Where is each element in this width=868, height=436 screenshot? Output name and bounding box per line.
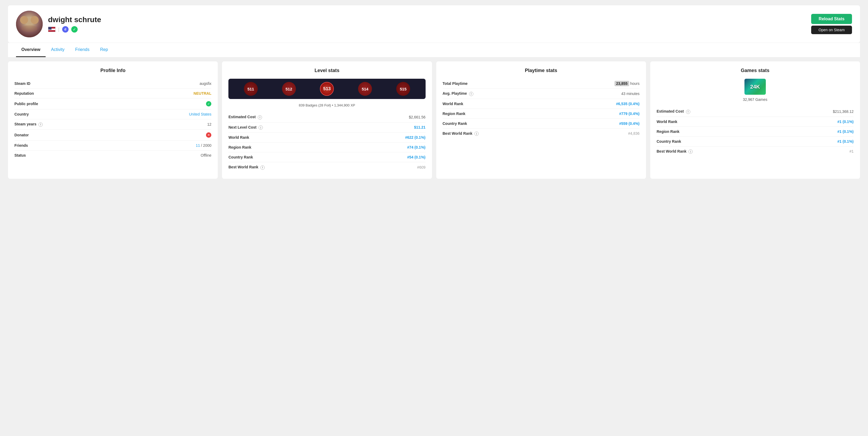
- playtime-avg-row: Avg. Playtime i 43 minutes: [443, 89, 640, 99]
- public-profile-label: Public profile: [14, 102, 38, 106]
- content-grid: Profile Info Steam ID augsfix Reputation…: [8, 61, 860, 179]
- playtime-region-rank-label: Region Rank: [443, 112, 466, 116]
- profile-row-donator: Donator ✕: [14, 130, 211, 141]
- level-estimated-cost-row: Estimated Cost i $2,661.56: [228, 112, 425, 122]
- country-value[interactable]: United States: [189, 112, 211, 116]
- level-best-world-rank-info-icon[interactable]: i: [260, 165, 265, 170]
- avatar: [16, 11, 43, 37]
- level-world-rank-row: World Rank #622 (0.1%): [228, 133, 425, 143]
- playtime-total-value: 23,855 hours: [615, 82, 640, 86]
- games-country-rank-value: #1 (0.1%): [837, 139, 854, 144]
- level-estimated-cost-info-icon[interactable]: i: [258, 115, 262, 120]
- reputation-value: NEUTRAL: [193, 91, 211, 96]
- profile-row-steamid: Steam ID augsfix: [14, 79, 211, 89]
- status-value: Offline: [200, 153, 211, 157]
- level-world-rank-value: #622 (0.1%): [405, 135, 425, 139]
- playtime-best-world-rank-row: Best World Rank i #4,836: [443, 129, 640, 139]
- donator-x-icon: ✕: [206, 132, 211, 138]
- games-count: 32,967 Games: [657, 97, 854, 102]
- tab-activity[interactable]: Activity: [45, 43, 70, 57]
- level-country-rank-row: Country Rank #54 (0.1%): [228, 152, 425, 162]
- tab-rep[interactable]: Rep: [95, 43, 113, 57]
- playtime-avg-info-icon[interactable]: i: [469, 92, 473, 96]
- games-estimated-cost-label: Estimated Cost i: [657, 109, 690, 114]
- games-country-rank-label: Country Rank: [657, 139, 681, 144]
- games-region-rank-row: Region Rank #1 (0.1%): [657, 127, 854, 136]
- badge-512: 512: [282, 82, 296, 96]
- friends-value: 11 / 2000: [196, 143, 211, 148]
- level-next-cost-label: Next Level Cost i: [228, 125, 263, 130]
- donator-label: Donator: [14, 133, 29, 137]
- games-estimated-cost-value: $211,368.12: [833, 110, 854, 114]
- level-estimated-cost-value: $2,661.56: [409, 115, 425, 119]
- reload-stats-button[interactable]: Reload Stats: [811, 14, 852, 24]
- steam-years-label: Steam years i: [14, 122, 43, 127]
- playtime-world-rank-row: World Rank #6,535 (0.4%): [443, 99, 640, 109]
- playtime-world-rank-label: World Rank: [443, 102, 464, 106]
- playtime-best-world-rank-info-icon[interactable]: i: [474, 131, 479, 136]
- nav-tabs: Overview Activity Friends Rep: [8, 43, 860, 57]
- header-icons: | d ✓: [48, 26, 811, 33]
- playtime-stats-title: Playtime stats: [443, 68, 640, 73]
- profile-info-title: Profile Info: [14, 68, 211, 73]
- friends-label: Friends: [14, 143, 28, 148]
- level-next-cost-row: Next Level Cost i $11.21: [228, 122, 425, 133]
- level-estimated-cost-label: Estimated Cost i: [228, 115, 262, 120]
- profile-row-public: Public profile ✓: [14, 98, 211, 110]
- tab-overview[interactable]: Overview: [16, 43, 45, 57]
- games-region-rank-value: #1 (0.1%): [837, 129, 854, 134]
- level-region-rank-row: Region Rank #74 (0.1%): [228, 143, 425, 152]
- playtime-best-world-rank-value: #4,836: [628, 131, 640, 135]
- games-stats-card: Games stats 24K 32,967 Games Estimated C…: [650, 61, 860, 179]
- games-country-rank-row: Country Rank #1 (0.1%): [657, 136, 854, 147]
- games-world-rank-label: World Rank: [657, 120, 678, 124]
- level-region-rank-value: #74 (0.1%): [407, 145, 425, 149]
- badge-514: 514: [358, 82, 372, 96]
- playtime-country-rank-label: Country Rank: [443, 121, 467, 126]
- playtime-country-rank-value: #559 (0.4%): [619, 121, 639, 126]
- playtime-region-rank-row: Region Rank #779 (0.4%): [443, 109, 640, 119]
- separator: |: [58, 27, 60, 32]
- playtime-total-label: Total Playtime: [443, 82, 468, 86]
- playtime-best-world-rank-label: Best World Rank i: [443, 131, 479, 136]
- games-best-world-rank-info-icon[interactable]: i: [688, 149, 693, 154]
- playtime-region-rank-value: #779 (0.4%): [619, 112, 639, 116]
- header-actions: Reload Stats Open on Steam: [811, 14, 852, 34]
- level-stats-title: Level stats: [228, 68, 425, 73]
- steam-years-info-icon[interactable]: i: [38, 122, 43, 127]
- game-thumbnail: 24K: [744, 79, 766, 95]
- badges-sub: 839 Badges (28 Foil) • 1,344,900 XP: [228, 103, 425, 107]
- games-estimated-cost-row: Estimated Cost i $211,368.12: [657, 106, 854, 117]
- header: dwight schrute | d ✓ Reload Stats Open o…: [8, 5, 860, 43]
- profile-row-years: Steam years i 12: [14, 119, 211, 130]
- playtime-stats-card: Playtime stats Total Playtime 23,855 hou…: [436, 61, 646, 179]
- level-country-rank-label: Country Rank: [228, 155, 253, 159]
- public-profile-check-icon: ✓: [206, 101, 211, 106]
- games-estimated-cost-info-icon[interactable]: i: [686, 110, 690, 114]
- games-best-world-rank-row: Best World Rank i #1: [657, 147, 854, 157]
- playtime-country-rank-row: Country Rank #559 (0.4%): [443, 119, 640, 129]
- steam-years-value: 12: [207, 122, 212, 126]
- discord-icon[interactable]: d: [62, 26, 69, 33]
- profile-row-friends: Friends 11 / 2000: [14, 141, 211, 151]
- badge-515: 515: [396, 82, 410, 96]
- level-stats-card: Level stats 511 512 513 514 515 839 Badg…: [222, 61, 432, 179]
- level-next-cost-value: $11.21: [414, 125, 426, 129]
- level-best-world-rank-row: Best World Rank i #609: [228, 162, 425, 173]
- games-best-world-rank-value: #1: [849, 149, 854, 153]
- games-best-world-rank-label: Best World Rank i: [657, 149, 693, 154]
- badge-513: 513: [320, 82, 334, 96]
- profile-row-reputation: Reputation NEUTRAL: [14, 89, 211, 98]
- tab-friends[interactable]: Friends: [70, 43, 95, 57]
- games-world-rank-value: #1 (0.1%): [837, 120, 854, 124]
- open-on-steam-button[interactable]: Open on Steam: [811, 26, 852, 34]
- playtime-total-row: Total Playtime 23,855 hours: [443, 79, 640, 89]
- level-next-cost-info-icon[interactable]: i: [258, 125, 263, 130]
- level-badges: 511 512 513 514 515: [228, 79, 425, 99]
- games-stats-title: Games stats: [657, 68, 854, 73]
- level-country-rank-value: #54 (0.1%): [407, 155, 425, 159]
- verified-icon: ✓: [71, 26, 78, 33]
- page-wrapper: dwight schrute | d ✓ Reload Stats Open o…: [0, 0, 868, 184]
- games-region-rank-label: Region Rank: [657, 129, 680, 134]
- level-world-rank-label: World Rank: [228, 135, 249, 139]
